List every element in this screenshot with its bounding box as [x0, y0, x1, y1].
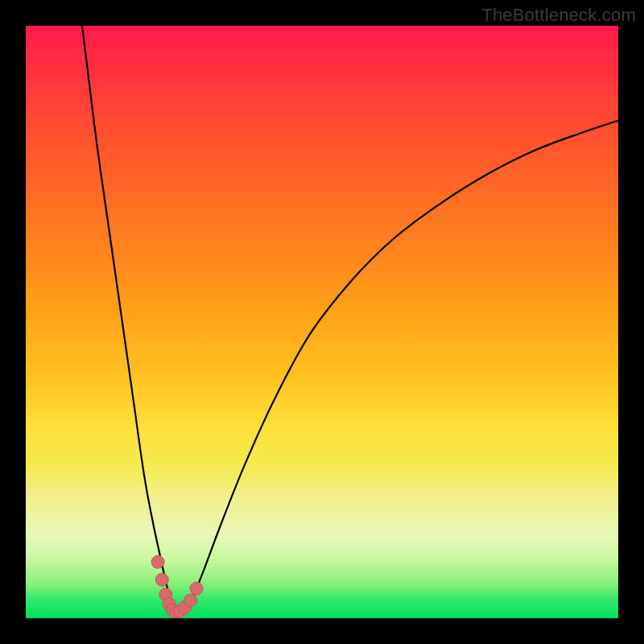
curve-right-branch — [181, 121, 618, 616]
data-point-marker — [184, 594, 197, 607]
curve-left-branch — [82, 26, 178, 616]
bottom-marker-group — [151, 555, 203, 618]
plot-area — [26, 26, 618, 618]
data-point-marker — [190, 582, 203, 595]
chart-svg — [26, 26, 618, 618]
data-point-marker — [151, 555, 164, 568]
curve-group — [82, 26, 618, 616]
data-point-marker — [155, 573, 168, 586]
watermark-text: TheBottleneck.com — [481, 5, 636, 26]
chart-frame: TheBottleneck.com — [0, 0, 644, 644]
